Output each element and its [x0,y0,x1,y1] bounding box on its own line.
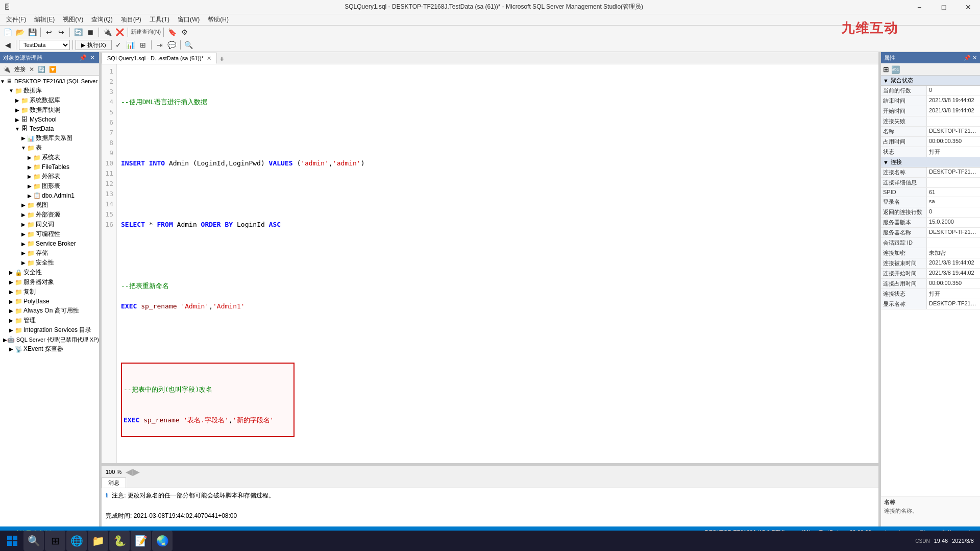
tree-item-td-security[interactable]: ▶ 📁 安全性 [0,258,99,268]
toolbar-row-2: ◀ TestData ▶ 执行(X) ✓ 📊 ⊞ ⇥ 💬 🔍 [0,39,980,52]
undo-btn[interactable]: ↩ [43,27,55,38]
editor-tab-close[interactable]: ✕ [207,55,211,62]
redo-btn[interactable]: ↪ [56,27,67,38]
tree-item-views[interactable]: ▶ 📁 视图 [0,200,99,210]
results-tab-messages[interactable]: 消息 [102,477,126,488]
tree-item-xevent[interactable]: ▶ 📡 XEvent 探查器 [0,344,99,354]
menu-view[interactable]: 视图(V) [59,14,87,25]
settings-btn[interactable]: ⚙ [179,27,190,38]
tree-item-ext-res[interactable]: ▶ 📁 外部资源 [0,210,99,220]
back-btn[interactable]: ◀ [2,39,13,51]
tree-item-management[interactable]: ▶ 📁 管理 [0,316,99,325]
taskbar-search-btn[interactable]: 🔍 [23,531,44,551]
disconnect-btn[interactable]: ❌ [114,27,125,38]
taskbar-taskview-btn[interactable]: ⊞ [45,531,65,551]
svg-rect-0 [7,536,12,540]
tree-arrow-db-snapshots: ▶ [14,107,20,113]
close-button[interactable]: ✕ [957,0,980,14]
props-val-conn-name: DESKTOP-TF2168J (sa [927,167,980,177]
tree-item-server[interactable]: ▼ 🖥 DESKTOP-TF2168J (SQL Server 15.0... [0,77,99,86]
tree-arrow-xevent: ▶ [8,346,14,352]
props-pin-btn[interactable]: 📌 [964,55,971,61]
tree-item-myschool[interactable]: ▶ 🗄 MySchool [0,115,99,124]
integration-services-icon: 📁 [14,326,22,334]
tree-item-graph-tables[interactable]: ▶ 📁 图形表 [0,181,99,191]
minimize-button[interactable]: − [908,0,931,14]
tree-item-td-diagram[interactable]: ▶ 📊 数据库关系图 [0,133,99,143]
props-key-name: 名称 [881,127,927,136]
menu-edit[interactable]: 编辑(E) [30,14,59,25]
menu-help[interactable]: 帮助(H) [204,14,233,25]
percentage-slider-icon[interactable]: ◀▶ [126,466,140,477]
tree-arrow-server-objects: ▶ [8,279,14,285]
open-btn[interactable]: 📂 [14,27,26,38]
taskbar-word-btn[interactable]: 📝 [131,531,151,551]
props-val-conn-status: 打开 [927,289,980,299]
tree-item-ext-tables[interactable]: ▶ 📁 外部表 [0,172,99,181]
parse-btn[interactable]: ✓ [113,39,124,51]
editor-tab-active[interactable]: SQLQuery1.sql - D...estData (sa (61))* ✕ [102,53,217,64]
taskbar-explorer-btn[interactable]: 📁 [88,531,108,551]
tree-item-sql-agent[interactable]: ▶ 🤖 SQL Server 代理(已禁用代理 XP) [0,335,99,344]
props-section-aggregate[interactable]: ▼ 聚合状态 [881,76,980,86]
menu-query[interactable]: 查询(Q) [87,14,116,25]
menu-tools[interactable]: 工具(T) [145,14,174,25]
tree-item-testdata[interactable]: ▼ 🗄 TestData [0,124,99,133]
tree-item-storage[interactable]: ▶ 📁 存储 [0,248,99,258]
taskbar-python-btn[interactable]: 🐍 [109,531,130,551]
props-row-spid: SPID 61 [881,188,980,197]
execute-button[interactable]: ▶ 执行(X) [76,40,112,50]
tree-item-db-snapshots[interactable]: ▶ 📁 数据库快照 [0,105,99,115]
object-explorer-close-btn[interactable]: ✕ [89,54,96,61]
tree-item-sys-tables[interactable]: ▶ 📁 系统表 [0,153,99,162]
disconnect-object-btn[interactable]: ✕ [28,65,35,74]
tree-item-td-tables[interactable]: ▼ 📁 表 [0,143,99,153]
tree-item-admin1[interactable]: ▶ 📋 dbo.Admin1 [0,191,99,200]
database-selector[interactable]: TestData [19,40,70,50]
connect-object-btn[interactable]: 🔌 [2,65,12,74]
props-sort-btn[interactable]: 🔤 [891,65,900,74]
bookmark-btn[interactable]: 🔖 [166,27,178,38]
stop-btn[interactable]: ⏹ [85,27,96,38]
menu-window[interactable]: 窗口(W) [174,14,204,25]
new-tab-button[interactable]: + [217,54,227,64]
props-close-btn[interactable]: ✕ [972,55,977,61]
tree-item-server-objects[interactable]: ▶ 📁 服务器对象 [0,277,99,287]
tree-item-security[interactable]: ▶ 🔒 安全性 [0,268,99,277]
editor-tab-bar: SQLQuery1.sql - D...estData (sa (61))* ✕… [102,52,878,64]
menu-project[interactable]: 项目(P) [117,14,145,25]
tree-item-synonyms[interactable]: ▶ 📁 同义词 [0,220,99,229]
new-query-toolbar-btn[interactable]: 📄 [2,27,13,38]
props-val-conn-fail [927,116,980,126]
tree-item-integration-services[interactable]: ▶ 📁 Integration Services 目录 [0,325,99,335]
refresh-object-btn[interactable]: 🔄 [37,65,46,74]
tree-item-system-dbs[interactable]: ▶ 📁 系统数据库 [0,95,99,105]
menu-file[interactable]: 文件(F) [2,14,30,25]
props-section-connection[interactable]: ▼ 连接 [881,157,980,167]
editor-content: 1 2 3 4 5 6 7 8 9 10 11 12 13 14 15 16 [102,64,878,526]
comment-btn[interactable]: 💬 [166,39,178,51]
filter-object-btn[interactable]: 🔽 [48,65,58,74]
props-category-btn[interactable]: ⊞ [883,65,889,74]
tree-item-always-on[interactable]: ▶ 📁 Always On 高可用性 [0,306,99,316]
taskbar-browser-btn[interactable]: 🌏 [152,531,173,551]
taskbar-start-button[interactable] [2,531,22,551]
tree-item-replication[interactable]: ▶ 📁 复制 [0,287,99,297]
maximize-button[interactable]: □ [932,0,955,14]
save-btn[interactable]: 💾 [27,27,38,38]
taskbar-edge-btn[interactable]: 🌐 [66,531,87,551]
object-explorer-pin-btn[interactable]: 📌 [78,54,88,61]
connect-btn[interactable]: 🔌 [102,27,113,38]
tree-item-databases[interactable]: ▼ 📁 数据库 [0,86,99,95]
tree-item-polybase[interactable]: ▶ 📁 PolyBase [0,297,99,306]
display-results-btn[interactable]: 📊 [125,39,136,51]
indent-btn[interactable]: ⇥ [154,39,165,51]
zoom-btn[interactable]: 🔍 [183,39,194,51]
refresh-btn[interactable]: 🔄 [72,27,84,38]
props-row-server-version: 服务器版本 15.0.2000 [881,218,980,228]
results-grid-btn[interactable]: ⊞ [137,39,149,51]
tree-item-programmability[interactable]: ▶ 📁 可编程性 [0,229,99,239]
tree-item-filetables[interactable]: ▶ 📁 FileTables [0,162,99,172]
tree-item-service-broker[interactable]: ▶ 📁 Service Broker [0,239,99,248]
code-editor[interactable]: --使用DML语言进行插入数据 INSERT INTO Admin (Login… [117,64,878,463]
